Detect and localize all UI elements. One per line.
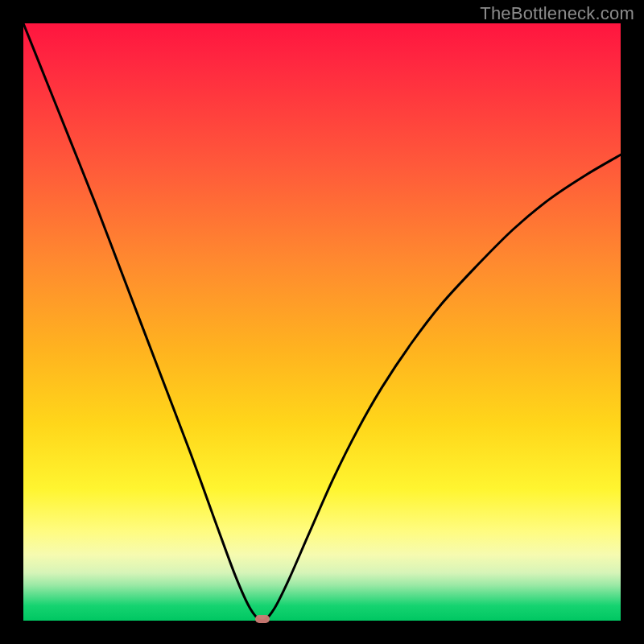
watermark-text: TheBottleneck.com bbox=[480, 3, 634, 24]
plot-area bbox=[23, 23, 621, 621]
bottleneck-curve bbox=[23, 23, 621, 621]
chart-frame: TheBottleneck.com bbox=[0, 0, 644, 644]
minimum-marker bbox=[255, 615, 270, 623]
